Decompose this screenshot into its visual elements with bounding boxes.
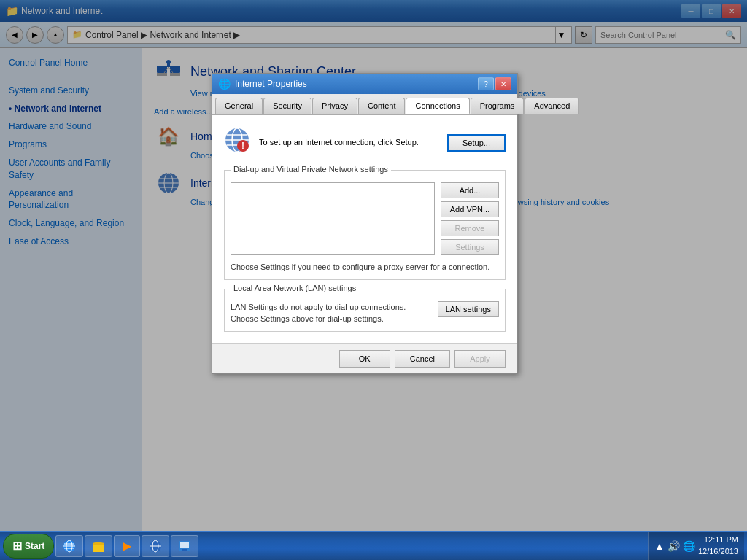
internet-properties-dialog: 🌐 Internet Properties ? ✕ General Securi… [212,73,518,374]
vpn-section-group: Dial-up and Virtual Private Network sett… [224,170,506,280]
network-tray-icon[interactable]: 🌐 [683,540,695,552]
windows-logo-icon: ⊞ [12,539,22,553]
network-taskbar-button[interactable] [142,535,169,557]
setup-text: To set up an Internet connection, click … [259,136,438,149]
setup-globe-icon: ! [224,127,250,158]
tab-general[interactable]: General [215,98,263,114]
ok-button[interactable]: OK [339,350,390,368]
clock-date: 12/16/2013 [698,546,738,557]
lan-inner: LAN Settings do not apply to dial-up con… [231,301,499,325]
apply-button[interactable]: Apply [454,350,506,368]
media-taskbar-button[interactable]: ▶ [114,535,140,557]
dialog-content-connections: ! To set up an Internet connection, clic… [212,115,517,343]
system-clock[interactable]: 12:11 PM 12/16/2013 [698,534,738,557]
ie-taskbar-button[interactable] [55,535,83,557]
setup-button[interactable]: Setup... [447,134,506,152]
dialog-window-icon: 🌐 [218,78,231,90]
remove-button[interactable]: Remove [441,220,499,236]
explorer-taskbar-button[interactable] [85,535,112,557]
vpn-list[interactable] [231,182,435,255]
volume-icon[interactable]: 🔊 [667,540,680,552]
lan-section: Local Area Network (LAN) settings LAN Se… [224,289,506,332]
dialog-close-button[interactable]: ✕ [495,77,511,90]
dialog-title-text: Internet Properties [235,79,307,89]
dialog-title-left: 🌐 Internet Properties [218,78,307,90]
tab-advanced[interactable]: Advanced [525,98,579,114]
tab-content[interactable]: Content [358,98,406,114]
vpn-section-inner: Add... Add VPN... Remove Settings [231,182,499,255]
lan-section-title: Local Area Network (LAN) settings [231,284,359,292]
svg-rect-31 [182,549,187,551]
tab-bar: General Security Privacy Content Connect… [212,94,517,115]
lan-text: LAN Settings do not apply to dial-up con… [231,301,429,325]
tray-expand-icon[interactable]: ▲ [654,540,665,552]
tab-connections[interactable]: Connections [406,98,469,114]
tab-security[interactable]: Security [263,98,311,114]
modal-overlay: 🌐 Internet Properties ? ✕ General Securi… [0,0,747,531]
dialog-footer: OK Cancel Apply [212,343,517,373]
clock-time: 12:11 PM [698,534,738,545]
svg-text:!: ! [241,141,244,151]
settings-taskbar-button[interactable] [171,535,198,557]
vpn-section-title: Dial-up and Virtual Private Network sett… [231,165,391,174]
add-vpn-button[interactable]: Add VPN... [441,201,499,217]
dialog-title-bar: 🌐 Internet Properties ? ✕ [212,74,517,94]
dialog-title-controls: ? ✕ [478,77,511,90]
vpn-buttons: Add... Add VPN... Remove Settings [441,182,499,255]
settings-button[interactable]: Settings [441,239,499,255]
system-tray: ▲ 🔊 🌐 12:11 PM 12/16/2013 [648,532,744,560]
tab-privacy[interactable]: Privacy [312,98,357,114]
lan-settings-button[interactable]: LAN settings [438,301,499,317]
tab-programs[interactable]: Programs [471,98,525,114]
start-button[interactable]: ⊞ Start [3,534,54,559]
dialog-help-button[interactable]: ? [478,77,494,90]
taskbar: ⊞ Start ▶ ▲ 🔊 [0,531,747,560]
proxy-text: Choose Settings if you need to configure… [231,261,499,273]
add-button[interactable]: Add... [441,182,499,198]
setup-section: ! To set up an Internet connection, clic… [224,127,506,158]
svg-rect-30 [180,542,189,548]
cancel-button[interactable]: Cancel [395,350,450,368]
